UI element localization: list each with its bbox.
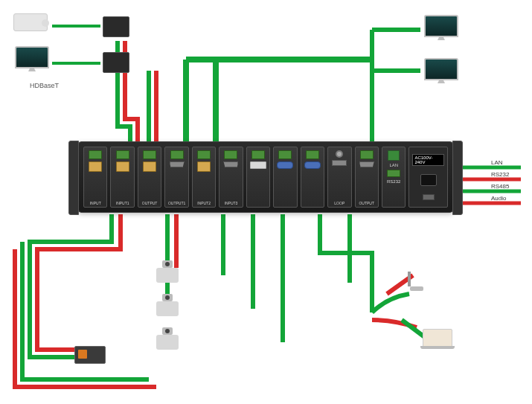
bus-label-lan: LAN (491, 159, 503, 166)
phoenix-connector-icon (143, 150, 156, 159)
control-processor (74, 346, 106, 364)
phoenix-connector-icon (89, 150, 102, 159)
matrix-switcher-chassis: INPUT INPUT1 OUTPUT OUTPUT1 INPUT2 INPUT… (78, 141, 453, 213)
dvi-port-icon (250, 161, 266, 169)
serial-port-icon (387, 170, 400, 177)
card-vga-in-2 (301, 147, 324, 208)
laptop-vga (423, 329, 452, 347)
imac-source-1 (15, 46, 49, 68)
card-hdmi-in-1: INPUT3 (219, 147, 243, 208)
camera-source-3 (156, 335, 179, 350)
ptz-camera-icon (156, 335, 179, 350)
phoenix-connector-icon (197, 150, 211, 159)
rack-ear-left (68, 141, 79, 215)
card-hdbt-in-3: INPUT2 (192, 147, 216, 208)
ac-rating-label: AC100V-240V (412, 154, 444, 166)
io-label: OUTPUT (356, 201, 378, 205)
hdbt-tx-1 (103, 16, 129, 37)
io-label: INPUT3 (219, 201, 242, 205)
rack-ear-right (452, 141, 463, 215)
io-label: LOOP (328, 201, 350, 205)
hdmi-port-icon (223, 161, 238, 167)
card-hdbt-in-1: INPUT (83, 147, 107, 208)
display-out-1 (424, 15, 458, 37)
phoenix-connector-icon (306, 150, 319, 159)
phoenix-connector-icon (278, 150, 292, 159)
iec-inlet-icon (420, 174, 437, 186)
phoenix-connector-icon (251, 150, 265, 159)
projector-icon (13, 13, 48, 31)
card-hdmi-out-2: OUTPUT (355, 147, 379, 208)
vga-port-icon (277, 161, 293, 169)
top-left-group-label: HDBaseT (30, 82, 59, 89)
transmitter-icon (103, 52, 129, 73)
io-label: OUTPUT (138, 201, 161, 205)
io-label: INPUT1 (111, 201, 133, 205)
projector-source (13, 13, 48, 31)
camera-source-2 (156, 301, 179, 316)
rj45-port-icon (89, 161, 102, 172)
monitor-icon (424, 58, 458, 80)
card-hdbt-out-1: OUTPUT (138, 147, 161, 208)
bus-label-audio: Audio (491, 195, 506, 202)
rs232-label: RS232 (387, 179, 400, 184)
hdmi-port-icon (170, 161, 185, 167)
rj45-port-icon (116, 161, 129, 172)
transmitter-icon (103, 16, 129, 37)
card-sdi-out: LOOP (327, 147, 351, 208)
camera-source-1 (156, 268, 179, 283)
card-control: LAN RS232 (382, 147, 406, 208)
card-dvi-in (246, 147, 270, 208)
phoenix-connector-icon (224, 150, 237, 159)
ptz-camera-icon (156, 301, 179, 316)
laptop-icon (423, 329, 452, 347)
io-label: OUTPUT1 (165, 201, 188, 205)
bus-label-rs485: RS485 (491, 183, 509, 190)
rj45-port-icon (197, 161, 211, 172)
io-label: INPUT (84, 201, 106, 205)
hdbt-tx-2 (103, 52, 129, 73)
card-hdmi-out-1: OUTPUT1 (164, 147, 188, 208)
power-switch-icon (423, 194, 435, 200)
loop-port-icon (332, 160, 347, 166)
io-label: INPUT2 (193, 201, 215, 205)
phoenix-connector-icon (116, 150, 129, 159)
control-processor-icon (74, 346, 106, 364)
bnc-port-icon (336, 150, 343, 158)
document-camera-icon (406, 272, 428, 291)
phoenix-connector-icon (170, 150, 184, 159)
phoenix-connector-icon (360, 150, 374, 159)
document-camera (406, 272, 428, 291)
power-supply-module: AC100V-240V (408, 147, 448, 208)
card-hdbt-in-2: INPUT1 (110, 147, 134, 208)
monitor-icon (424, 15, 458, 37)
rj45-port-icon (143, 161, 156, 172)
ptz-camera-icon (156, 268, 179, 283)
display-out-2 (424, 58, 458, 80)
card-vga-in-1 (273, 147, 297, 208)
bus-label-rs232: RS232 (491, 171, 509, 178)
lan-label: LAN (389, 163, 398, 167)
vga-port-icon (304, 161, 321, 169)
lan-port-icon (388, 150, 400, 161)
monitor-icon (15, 46, 49, 68)
hdmi-port-icon (359, 161, 374, 167)
